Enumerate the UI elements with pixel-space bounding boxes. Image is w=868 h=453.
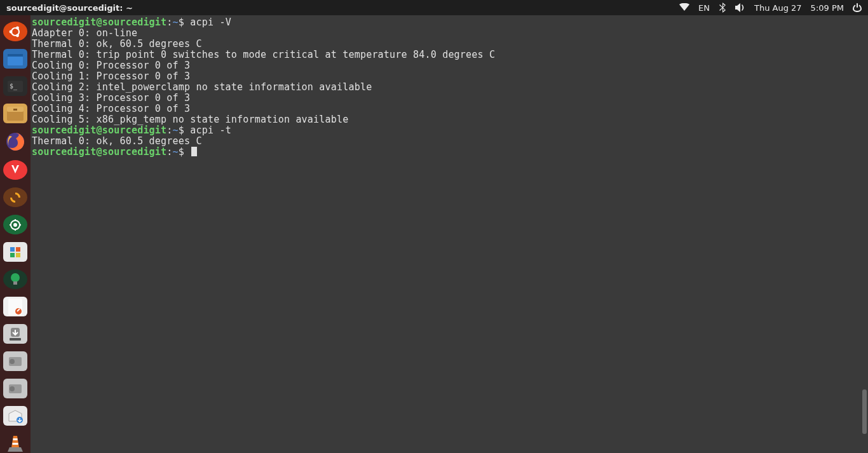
- terminal-output-line: Thermal 0: ok, 60.5 degrees C: [32, 136, 867, 147]
- notes-app-icon[interactable]: [3, 297, 27, 316]
- prompt-user-host: sourcedigit@sourcedigit: [32, 125, 166, 136]
- svg-rect-4: [8, 54, 23, 57]
- scrollbar-thumb[interactable]: [862, 389, 867, 434]
- archive-manager-icon[interactable]: [3, 104, 27, 123]
- status-area: EN Thu Aug 27 5:09 PM: [679, 3, 862, 13]
- svg-point-18: [11, 273, 20, 282]
- terminal-line: sourcedigit@sourcedigit:~$: [32, 147, 867, 158]
- svg-point-21: [15, 308, 22, 314]
- bluetooth-icon[interactable]: [719, 3, 726, 13]
- top-panel: sourcedigit@sourcedigit: ~ EN Thu Aug 27…: [0, 0, 868, 15]
- clock-date[interactable]: Thu Aug 27: [754, 3, 802, 13]
- terminal-line: sourcedigit@sourcedigit:~$ acpi -V: [32, 17, 867, 28]
- svg-rect-5: [8, 57, 23, 65]
- terminal-command: acpi -V: [190, 17, 231, 28]
- svg-point-25: [10, 359, 15, 364]
- clock-time[interactable]: 5:09 PM: [811, 3, 844, 13]
- terminal-line: sourcedigit@sourcedigit:~$ acpi -t: [32, 125, 867, 136]
- terminal-cursor: [191, 147, 197, 156]
- terminal-icon[interactable]: $_: [3, 76, 27, 96]
- svg-rect-14: [10, 247, 15, 252]
- volume-icon[interactable]: [735, 3, 745, 12]
- prompt-user-host: sourcedigit@sourcedigit: [32, 17, 166, 28]
- terminal-output-line: Cooling 4: Processor 0 of 3: [32, 104, 867, 114]
- sync-app-icon[interactable]: [3, 187, 27, 207]
- terminal-output-line: Thermal 0: ok, 60.5 degrees C: [32, 39, 867, 50]
- vivaldi-icon[interactable]: [3, 160, 27, 180]
- terminal-output-line: Cooling 3: Processor 0 of 3: [32, 93, 867, 104]
- svg-rect-16: [10, 253, 15, 257]
- svg-rect-23: [10, 338, 21, 341]
- terminal-output-line: Cooling 2: intel_powerclamp no state inf…: [32, 82, 867, 93]
- terminal-output-line: Cooling 1: Processor 0 of 3: [32, 71, 867, 82]
- vlc-icon[interactable]: [3, 433, 27, 453]
- svg-rect-10: [13, 109, 17, 111]
- window-title: sourcedigit@sourcedigit: ~: [6, 3, 133, 13]
- dock: $_: [0, 15, 31, 453]
- terminal-output-line: Adapter 0: on-line: [32, 28, 867, 39]
- screenshot-icon[interactable]: [3, 215, 27, 234]
- prompt-path: ~: [173, 146, 179, 158]
- prompt-colon: :: [166, 125, 172, 136]
- files-icon[interactable]: [3, 49, 27, 69]
- terminal-output-line: Cooling 0: Processor 0 of 3: [32, 60, 867, 71]
- wifi-icon[interactable]: [679, 3, 689, 12]
- prompt-path: ~: [173, 17, 179, 28]
- svg-rect-19: [13, 281, 17, 285]
- terminal-window[interactable]: sourcedigit@sourcedigit:~$ acpi -VAdapte…: [31, 15, 868, 453]
- ubuntu-launcher-icon[interactable]: [3, 22, 27, 41]
- downloads-icon[interactable]: [3, 324, 27, 344]
- prompt-user-host: sourcedigit@sourcedigit: [32, 146, 166, 158]
- terminal-output-line: Cooling 5: x86_pkg_temp no state informa…: [32, 114, 867, 125]
- firefox-icon[interactable]: [3, 131, 27, 152]
- software-center-icon[interactable]: [3, 406, 27, 426]
- svg-rect-30: [13, 443, 18, 445]
- svg-point-2: [16, 26, 19, 29]
- svg-rect-8: [7, 111, 24, 121]
- svg-point-13: [13, 223, 17, 227]
- language-indicator[interactable]: EN: [698, 3, 710, 13]
- svg-rect-15: [16, 247, 20, 252]
- svg-rect-29: [13, 438, 18, 440]
- prompt-path: ~: [173, 125, 179, 136]
- svg-point-3: [16, 34, 19, 37]
- prompt-colon: :: [166, 146, 172, 158]
- disk-utility-1-icon[interactable]: [3, 351, 27, 371]
- svg-point-1: [10, 30, 13, 33]
- prompt-symbol: $: [179, 146, 190, 158]
- terminal-command: acpi -t: [190, 125, 231, 136]
- disk-utility-2-icon[interactable]: [3, 379, 27, 398]
- prompt-colon: :: [166, 17, 172, 28]
- svg-rect-17: [16, 253, 20, 257]
- prompt-symbol: $: [179, 17, 190, 28]
- power-icon[interactable]: [853, 3, 862, 12]
- settings-tool-icon[interactable]: [3, 242, 27, 262]
- lightbulb-app-icon[interactable]: [3, 269, 27, 289]
- svg-point-27: [10, 386, 15, 391]
- prompt-symbol: $: [179, 125, 190, 136]
- svg-text:$_: $_: [10, 83, 18, 90]
- terminal-output-line: Thermal 0: trip point 0 switches to mode…: [32, 50, 867, 60]
